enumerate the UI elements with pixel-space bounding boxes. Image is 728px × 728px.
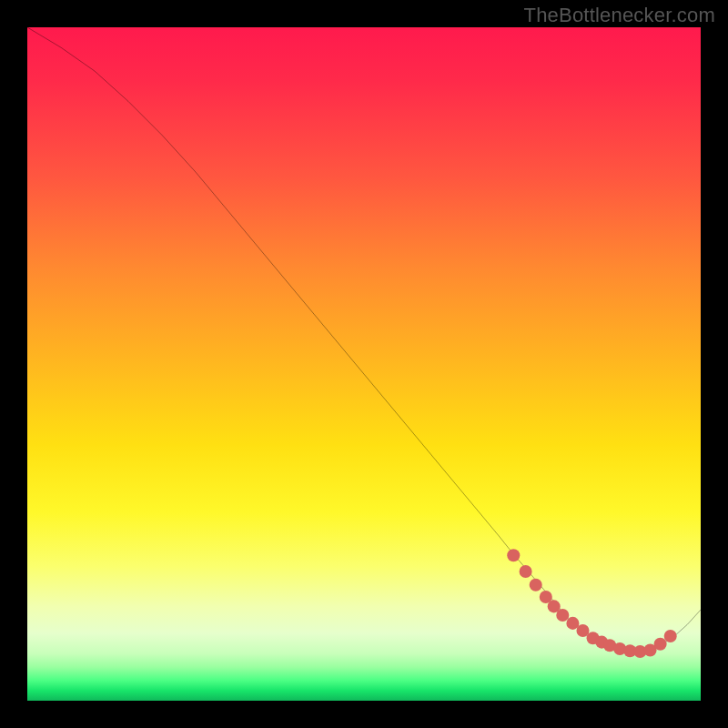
chart-svg <box>27 27 701 701</box>
marker-dot <box>530 579 542 592</box>
chart-frame: TheBottlenecker.com <box>0 0 728 728</box>
marker-dots <box>507 549 676 658</box>
marker-dot <box>654 638 667 651</box>
marker-dot <box>520 565 532 578</box>
watermark-text: TheBottlenecker.com <box>524 4 715 27</box>
plot-area <box>27 27 701 701</box>
marker-dot <box>556 609 569 622</box>
marker-dot <box>507 549 520 561</box>
data-curve <box>27 27 701 652</box>
marker-dot <box>664 630 677 642</box>
